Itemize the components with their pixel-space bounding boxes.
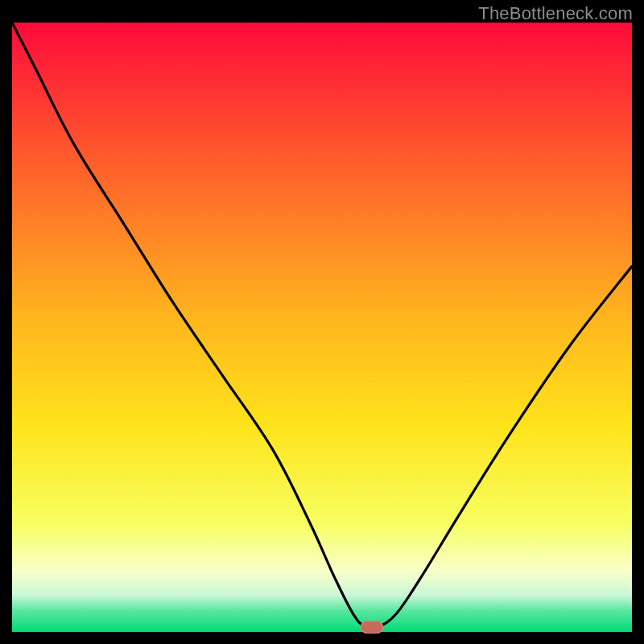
plot-area	[12, 23, 632, 632]
current-config-marker	[361, 621, 383, 634]
watermark-text: TheBottleneck.com	[478, 3, 633, 24]
chart-svg	[12, 23, 632, 632]
gradient-background	[12, 23, 632, 632]
chart-frame: TheBottleneck.com	[0, 0, 644, 644]
